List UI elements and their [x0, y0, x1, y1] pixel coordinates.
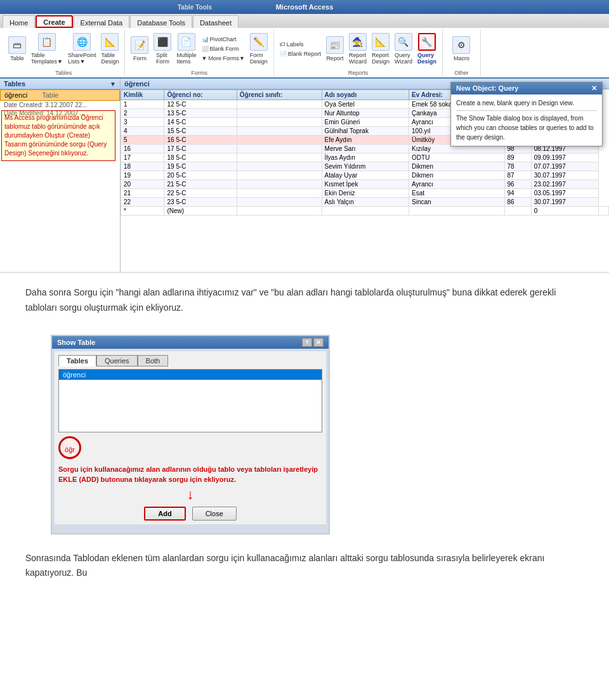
query-wizard-icon: 🔍 — [395, 33, 412, 51]
form-icon: 📝 — [131, 36, 148, 54]
table-cell: 19 5-C — [164, 162, 237, 171]
dialog-listbox[interactable]: öğrenci — [58, 369, 322, 432]
form-button[interactable]: 📝 Form — [129, 35, 150, 63]
tab-both[interactable]: Both — [138, 355, 169, 366]
table-cell: Nur Altuntop — [322, 109, 409, 118]
report-wizard-icon: 🧙 — [349, 33, 367, 51]
col-ogrenci-sinifi: Öğrenci sınıfı: — [237, 90, 322, 100]
dialog-close-btn[interactable]: ✕ — [313, 338, 324, 347]
main-content: Tables ▼ öğrenci Table Date Created: 3.1… — [0, 79, 609, 273]
split-form-button[interactable]: ⬛ SplitForm — [152, 32, 173, 66]
dialog-buttons: Add Close — [58, 507, 322, 521]
table-cell: Dikmen — [409, 162, 504, 171]
dialog-help-btn[interactable]: ? — [302, 338, 312, 347]
table-cell: Kısmet İpek — [322, 180, 409, 189]
dialog-tabs: Tables Queries Both — [58, 355, 322, 366]
tab-database-tools[interactable]: Database Tools — [130, 15, 192, 28]
table-cell: (New) — [164, 207, 237, 216]
more-forms-button[interactable]: ▼More Forms▼ — [200, 54, 247, 63]
table-cell — [409, 207, 504, 216]
table-cell: 16 5-C — [164, 136, 237, 145]
table-cell: 23 5-C — [164, 198, 237, 207]
table-cell — [237, 100, 322, 109]
table-cell: 1 — [121, 100, 164, 109]
panel-item-ogrenci[interactable]: öğrenci Table — [0, 89, 120, 101]
query-design-button[interactable]: 🔧 QueryDesign — [416, 32, 438, 66]
tab-datasheet[interactable]: Datasheet — [193, 15, 239, 28]
split-form-icon: ⬛ — [154, 33, 171, 51]
table-cell: Ayrancı — [409, 180, 504, 189]
query-wizard-button[interactable]: 🔍 QueryWizard — [393, 32, 414, 66]
query-design-icon: 🔧 — [418, 33, 436, 51]
forms-buttons: 📝 Form ⬛ SplitForm 📄 MultipleItems 📊Pivo… — [129, 29, 269, 68]
table-cell: 21 — [121, 189, 164, 198]
col-kimlik: Kimlik — [121, 90, 164, 100]
panel-header: Tables ▼ — [0, 79, 120, 89]
tab-home[interactable]: Home — [3, 15, 35, 28]
tab-tables[interactable]: Tables — [58, 355, 96, 366]
tab-external-data[interactable]: External Data — [74, 15, 130, 28]
table-cell: İlyas Aydın — [322, 153, 409, 162]
close-button[interactable]: Close — [192, 507, 237, 521]
macro-button[interactable]: ⚙ Macro — [450, 35, 472, 63]
reports-buttons: 🏷Labels 📄Blank Report 📰 Report 🧙 ReportW… — [278, 29, 438, 68]
table-cell: 03.05.1997 — [531, 189, 598, 198]
table-cell: Atalay Uyar — [322, 171, 409, 180]
labels-button[interactable]: 🏷Labels — [278, 40, 323, 49]
table-cell: 30.07.1997 — [531, 198, 598, 207]
table-design-button[interactable]: 📐 TableDesign — [99, 32, 121, 66]
body-text: Daha sonra Sorgu için "hangi alan adları… — [0, 273, 609, 328]
blank-form-button[interactable]: ⬜Blank Form — [200, 44, 247, 53]
sharepoint-lists-button[interactable]: 🌐 SharePointLists▼ — [66, 32, 98, 66]
tab-create[interactable]: Create — [36, 15, 72, 28]
multiple-items-button[interactable]: 📄 MultipleItems — [174, 32, 198, 66]
dialog-title-buttons[interactable]: ? ✕ — [302, 338, 324, 347]
list-item-ogrenci[interactable]: öğrenci — [59, 370, 322, 380]
blank-report-button[interactable]: 📄Blank Report — [278, 49, 323, 58]
table-templates-button[interactable]: 📋 TableTemplates▼ — [29, 32, 65, 66]
ribbon-content: 🗃 Table 📋 TableTemplates▼ 🌐 SharePointLi… — [0, 28, 609, 79]
report-wizard-button[interactable]: 🧙 ReportWizard — [347, 32, 369, 66]
pivot-chart-button[interactable]: 📊PivotChart — [200, 35, 247, 44]
ribbon-group-forms: 📝 Form ⬛ SplitForm 📄 MultipleItems 📊Pivo… — [125, 29, 273, 76]
dialog-annotation: Sorgu için kullanacağımız alan adlarının… — [58, 462, 322, 488]
popup-content: Create a new, blank query in Design view… — [451, 94, 602, 146]
table-cell: 19 — [121, 171, 164, 180]
table-cell: 22 5-C — [164, 189, 237, 198]
form-design-button[interactable]: ✏️ FormDesign — [248, 32, 270, 66]
table-cell — [237, 153, 322, 162]
table-cell — [599, 207, 609, 216]
table-cell: 0 — [531, 207, 598, 216]
report-icon: 📰 — [326, 36, 344, 54]
table-row: 1819 5-CSevim YıldırımDikmen7807.07.1997 — [121, 162, 609, 171]
form-design-icon: ✏️ — [250, 33, 268, 51]
bottom-text: Sonrasında Tablodan eklenen tüm alanlard… — [0, 541, 609, 592]
table-cell — [237, 198, 322, 207]
table-cell — [237, 162, 322, 171]
multiple-items-icon: 📄 — [178, 33, 195, 51]
table-cell: ODTU — [409, 153, 504, 162]
dialog-body: Tables Queries Both öğrenci öğr Sorgu iç… — [55, 351, 326, 524]
table-button[interactable]: 🗃 Table — [6, 35, 28, 63]
report-button[interactable]: 📰 Report — [324, 35, 346, 63]
tables-buttons: 🗃 Table 📋 TableTemplates▼ 🌐 SharePointLi… — [6, 29, 121, 68]
table-row: 2122 5-CEkin DenizEsat9403.05.1997 — [121, 189, 609, 198]
table-templates-icon: 📋 — [38, 33, 56, 51]
tab-queries[interactable]: Queries — [96, 355, 138, 366]
ribbon-group-other: ⚙ Macro Other — [443, 29, 481, 76]
table-cell: 13 5-C — [164, 109, 237, 118]
table-cell: Merve Sarı — [322, 145, 409, 153]
table-row-new: *(New)0 — [121, 207, 609, 216]
reports-small-buttons: 🏷Labels 📄Blank Report — [278, 40, 323, 58]
add-button[interactable]: Add — [144, 507, 185, 521]
table-cell: 20 5-C — [164, 171, 237, 180]
table-cell: 96 — [504, 180, 531, 189]
report-design-button[interactable]: 📐 ReportDesign — [370, 32, 391, 66]
table-cell: Esat — [409, 189, 504, 198]
table-cell: Ekin Deniz — [322, 189, 409, 198]
table-cell: 17 — [121, 153, 164, 162]
table-cell: Emin Güneri — [322, 118, 409, 127]
table-row: 2021 5-CKısmet İpekAyrancı9623.02.1997 — [121, 180, 609, 189]
table-cell: 09.09.1997 — [531, 153, 598, 162]
table-icon: 🗃 — [8, 36, 26, 54]
